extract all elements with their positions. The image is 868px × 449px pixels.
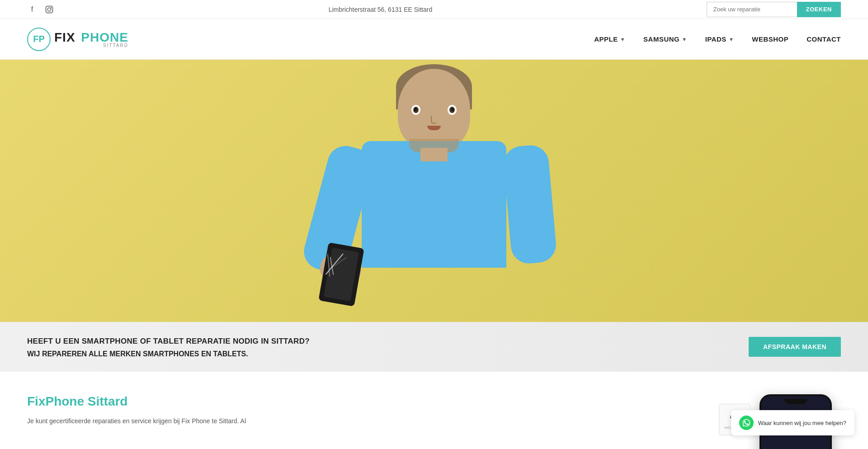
nav-item-webshop[interactable]: WEBSHOP: [752, 31, 788, 47]
appointment-button[interactable]: AFSPRAAK MAKEN: [749, 337, 841, 357]
svg-rect-0: [46, 6, 53, 13]
svg-point-2: [51, 7, 52, 8]
chevron-down-icon: ▼: [682, 37, 687, 42]
social-links: f: [27, 5, 54, 14]
chevron-down-icon: ▼: [729, 37, 734, 42]
nav-links: APPLE ▼ SAMSUNG ▼ IPADS ▼ WEBSHOP CONTAC…: [594, 31, 841, 47]
phone-notch: [784, 399, 807, 404]
facebook-icon[interactable]: f: [27, 5, 37, 14]
person-figure: [298, 69, 570, 322]
nav-bar: FP FIX PHONE SITTARD APPLE ▼ SAMSUNG ▼ I…: [0, 19, 868, 60]
logo-icon: FP: [27, 28, 51, 51]
nav-item-contact[interactable]: CONTACT: [807, 31, 841, 47]
content-left: FixPhone Sittard Je kunt gecertificeerde…: [27, 394, 723, 426]
logo-fix: FIX: [54, 30, 75, 45]
logo-fp-text: FP: [33, 34, 45, 44]
nav-item-ipads[interactable]: IPADS ▼: [705, 31, 734, 47]
address: Limbrichterstraat 56, 6131 EE Sittard: [329, 6, 433, 13]
cta-banner: HEEFT U EEN SMARTPHONE OF TABLET REPARAT…: [0, 322, 868, 372]
nav-item-samsung[interactable]: SAMSUNG ▼: [643, 31, 687, 47]
hero-section: [0, 60, 868, 322]
content-title: FixPhone Sittard: [27, 394, 723, 409]
logo[interactable]: FP FIX PHONE SITTARD: [27, 28, 128, 51]
svg-point-1: [47, 8, 51, 11]
top-bar: f Limbrichterstraat 56, 6131 EE Sittard …: [0, 0, 868, 19]
whatsapp-widget[interactable]: Waar kunnen wij jou mee helpen?: [731, 410, 854, 435]
nav-item-apple[interactable]: APPLE ▼: [594, 31, 625, 47]
search-button[interactable]: ZOEKEN: [797, 2, 841, 17]
cta-heading: HEEFT U EEN SMARTPHONE OF TABLET REPARAT…: [27, 336, 310, 347]
hero-image: [231, 60, 637, 322]
content-text: Je kunt gecertificeerde reparaties en se…: [27, 416, 723, 426]
logo-text-area: FIX PHONE SITTARD: [54, 30, 128, 48]
cta-subheading: WIJ REPAREREN ALLE MERKEN SMARTPHONES EN…: [27, 350, 310, 358]
search-area: ZOEKEN: [707, 2, 841, 17]
instagram-icon[interactable]: [44, 5, 54, 14]
search-input[interactable]: [707, 2, 797, 17]
cta-text: HEEFT U EEN SMARTPHONE OF TABLET REPARAT…: [27, 336, 310, 358]
whatsapp-label: Waar kunnen wij jou mee helpen?: [758, 420, 846, 426]
chevron-down-icon: ▼: [620, 37, 625, 42]
whatsapp-icon: [739, 416, 754, 430]
